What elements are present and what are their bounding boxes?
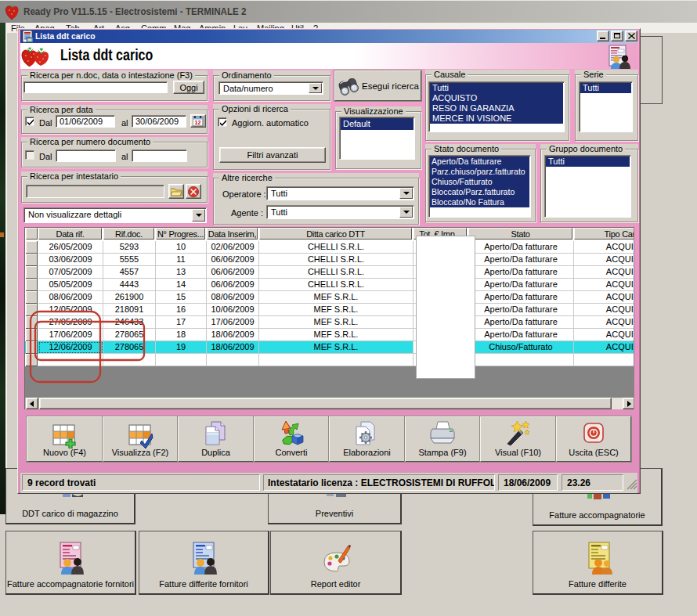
svg-text:12: 12: [195, 120, 201, 125]
